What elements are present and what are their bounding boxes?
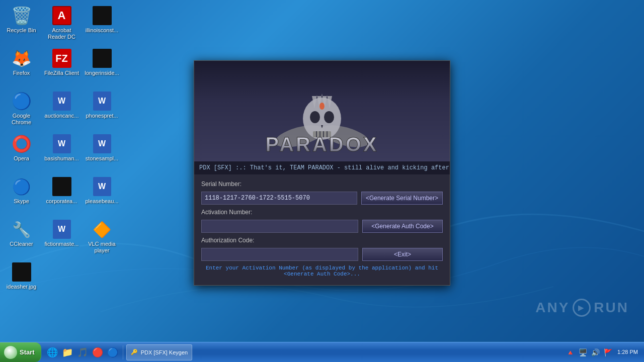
generate-auth-button[interactable]: <Generate Auth Code> [362, 220, 443, 233]
illinoisconst-icon [92, 6, 112, 26]
serial-number-input[interactable] [201, 192, 357, 205]
taskbar-explorer-icon[interactable]: 📁 [60, 345, 74, 359]
exit-button[interactable]: <Exit> [362, 248, 443, 261]
paradox-logo-svg: PARADOX [242, 130, 403, 155]
pleasebeau-icon: W [92, 176, 112, 197]
keygen-info-bar: PDX [SFX] :.: That's it, TEAM PARADOX - … [194, 161, 450, 174]
desktop-icon-recycle-bin[interactable]: 🗑️ Recycle Bin [3, 3, 40, 43]
authorization-code-input-row: <Exit> [201, 248, 443, 261]
activation-number-input[interactable] [201, 220, 358, 233]
longerinside-icon [92, 48, 112, 68]
taskbar: Start 🌐 📁 🎵 🔴 🔵 🔑 PDX [SFX] Keygen 🔺 🖥️ … [0, 342, 644, 362]
taskbar-chrome-icon[interactable]: 🔵 [106, 345, 120, 359]
pleasebeau-label: pleasebeau... [85, 198, 118, 205]
tray-flag-icon[interactable]: 🚩 [603, 347, 613, 357]
taskbar-active-label: PDX [SFX] Keygen [141, 349, 188, 355]
recycle-bin-icon: 🗑️ [12, 6, 32, 26]
desktop-icon-vlc[interactable]: 🔶 VLC media player [83, 216, 121, 256]
phonespret-icon: W [92, 91, 112, 111]
auctioncanc-icon: W [52, 91, 72, 111]
filezilla-label: FileZilla Client [44, 70, 79, 76]
stonesampl-icon: W [92, 134, 112, 154]
tray-network-icon[interactable]: 🔺 [565, 347, 576, 357]
desktop-icon-ccleaner[interactable]: 🔧 CCleaner [3, 216, 40, 256]
skype-icon: 🔵 [12, 176, 32, 197]
opera-icon: ⭕ [12, 134, 32, 154]
anyrun-text2: RUN [594, 300, 629, 316]
activation-number-input-row: <Generate Auth Code> [201, 220, 443, 233]
anyrun-watermark: ANY ▶ RUN [535, 299, 629, 317]
taskbar-apps: 🌐 📁 🎵 🔴 🔵 🔑 PDX [SFX] Keygen [43, 344, 195, 360]
recycle-bin-label: Recycle Bin [7, 27, 36, 34]
desktop-icon-ideasher[interactable]: ideasher.jpg [3, 259, 40, 299]
authorization-code-label: Authorization Code: [201, 237, 262, 244]
desktop-icon-auctioncanc[interactable]: W auctioncanc... [43, 88, 80, 128]
start-label: Start [20, 348, 35, 356]
desktop-icon-corporatea[interactable]: corporatea... [43, 173, 80, 214]
system-clock: 1:28 PM [615, 348, 640, 356]
activation-number-label: Activation Number: [201, 209, 262, 216]
authorization-code-input[interactable] [201, 248, 358, 261]
svg-text:PARADOX: PARADOX [265, 133, 378, 155]
firefox-icon: 🦊 [12, 48, 32, 68]
activation-number-row: Activation Number: [201, 209, 443, 216]
desktop-icon-pleasebeau[interactable]: W pleasebeau... [83, 173, 121, 214]
desktop-icons-area: 🗑️ Recycle Bin A Acrobat Reader DC illin… [0, 0, 116, 342]
desktop-icon-phonespret[interactable]: W phonespret... [83, 88, 121, 128]
fictionmaste-icon: W [52, 219, 72, 239]
serial-number-row: Serial Number: [201, 180, 443, 188]
vlc-icon: 🔶 [92, 219, 112, 239]
ideasher-icon [12, 262, 32, 282]
taskbar-media-icon[interactable]: 🎵 [75, 345, 90, 359]
taskbar-active-icon: 🔑 [131, 349, 138, 355]
tray-volume-icon[interactable]: 🔊 [590, 347, 601, 357]
desktop-icon-acrobat[interactable]: A Acrobat Reader DC [43, 3, 80, 43]
keygen-info-text: PDX [SFX] :.: That's it, TEAM PARADOX - … [199, 164, 450, 171]
svg-point-5 [324, 111, 334, 123]
generate-serial-button[interactable]: <Generate Serial Number> [361, 192, 443, 205]
desktop-icon-illinoisconst[interactable]: illinoisconst... [83, 3, 121, 43]
desktop-icon-longerinside[interactable]: longerinside... [83, 45, 121, 85]
serial-number-input-row: <Generate Serial Number> [201, 192, 443, 205]
tray-monitor-icon[interactable]: 🖥️ [578, 347, 588, 357]
chrome-label: Google Chrome [4, 113, 40, 126]
illinoisconst-label: illinoisconst... [86, 27, 118, 34]
chrome-icon: 🔵 [12, 91, 32, 111]
phonespret-label: phonespret... [86, 113, 118, 119]
opera-label: Opera [14, 155, 29, 162]
svg-point-4 [310, 111, 320, 123]
corporatea-icon [52, 176, 72, 197]
desktop-icon-firefox[interactable]: 🦊 Firefox [3, 45, 40, 85]
basishuman-icon: W [52, 134, 72, 154]
taskbar-divider [123, 345, 123, 359]
keygen-header-art: PARADOX [194, 61, 450, 161]
basishuman-label: basishuman... [44, 155, 78, 162]
desktop-icon-chrome[interactable]: 🔵 Google Chrome [3, 88, 40, 128]
desktop-icon-opera[interactable]: ⭕ Opera [3, 131, 40, 171]
desktop-icon-filezilla[interactable]: FZ FileZilla Client [43, 45, 80, 85]
start-button[interactable]: Start [0, 342, 41, 362]
filezilla-icon: FZ [52, 48, 72, 68]
taskbar-active-keygen[interactable]: 🔑 PDX [SFX] Keygen [126, 344, 193, 360]
desktop-icon-stonesampl[interactable]: W stonesampl... [83, 131, 121, 171]
stonesampl-label: stonesampl... [86, 155, 118, 162]
anyrun-text: ANY [535, 300, 570, 316]
desktop-icon-basishuman[interactable]: W basishuman... [43, 131, 80, 171]
desktop-icon-skype[interactable]: 🔵 Skype [3, 173, 40, 214]
serial-number-label: Serial Number: [201, 180, 262, 188]
ccleaner-icon: 🔧 [12, 219, 32, 239]
firefox-label: Firefox [13, 70, 30, 76]
corporatea-label: corporatea... [46, 198, 77, 205]
anyrun-play-icon: ▶ [573, 299, 591, 317]
vlc-label: VLC media player [84, 241, 120, 254]
clock-time: 1:28 PM [617, 348, 638, 356]
system-tray: 🔺 🖥️ 🔊 🚩 1:28 PM [561, 342, 644, 362]
taskbar-stop-icon[interactable]: 🔴 [91, 345, 105, 359]
ccleaner-label: CCleaner [10, 241, 33, 247]
acrobat-label: Acrobat Reader DC [44, 27, 80, 40]
taskbar-ie-icon[interactable]: 🌐 [45, 345, 59, 359]
keygen-hint: Enter your Activation Number (as display… [201, 265, 443, 277]
desktop-icon-fictionmaste[interactable]: W fictionmaste... [43, 216, 80, 256]
skype-label: Skype [14, 198, 29, 205]
keygen-form: Serial Number: <Generate Serial Number> … [194, 174, 450, 285]
